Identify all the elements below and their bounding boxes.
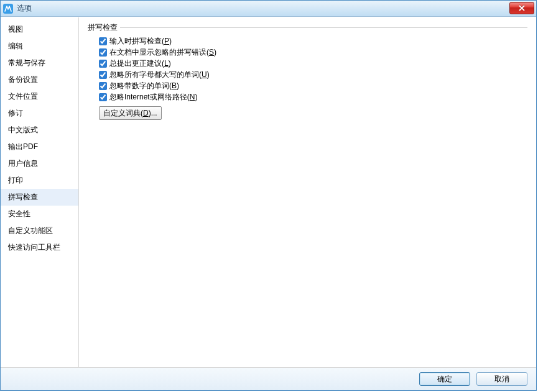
close-button[interactable] xyxy=(509,2,534,14)
sidebar: 视图编辑常规与保存备份设置文件位置修订中文版式输出PDF用户信息打印拼写检查安全… xyxy=(1,17,79,367)
sidebar-item-3[interactable]: 备份设置 xyxy=(1,71,78,88)
title-bar: 选项 xyxy=(1,1,536,17)
custom-dictionary-button[interactable]: 自定义词典(D)... xyxy=(99,106,162,120)
option-checkbox-4[interactable] xyxy=(99,82,107,90)
ok-button[interactable]: 确定 xyxy=(419,372,470,386)
option-row-5: 忽略Internet或网络路径(N) xyxy=(99,91,527,103)
content-panel: 拼写检查 输入时拼写检查(P)在文档中显示忽略的拼写错误(S)总提出更正建议(L… xyxy=(79,17,536,367)
sidebar-item-13[interactable]: 快速访问工具栏 xyxy=(1,239,78,256)
close-icon xyxy=(518,5,526,11)
sidebar-item-10[interactable]: 拼写检查 xyxy=(1,189,78,206)
option-checkbox-1[interactable] xyxy=(99,48,107,57)
option-label-5: 忽略Internet或网络路径(N) xyxy=(109,91,197,103)
sidebar-item-0[interactable]: 视图 xyxy=(1,21,78,38)
sidebar-item-7[interactable]: 输出PDF xyxy=(1,139,78,155)
option-row-4: 忽略带数字的单词(B) xyxy=(99,80,527,91)
sidebar-item-8[interactable]: 用户信息 xyxy=(1,155,78,172)
option-row-2: 总提出更正建议(L) xyxy=(99,58,527,69)
option-row-3: 忽略所有字母都大写的单词(U) xyxy=(99,69,527,80)
cancel-button[interactable]: 取消 xyxy=(476,372,527,386)
option-label-3: 忽略所有字母都大写的单词(U) xyxy=(109,69,210,80)
option-checkbox-2[interactable] xyxy=(99,60,107,68)
window-title: 选项 xyxy=(17,3,32,14)
option-row-1: 在文档中显示忽略的拼写错误(S) xyxy=(99,47,527,58)
sidebar-item-1[interactable]: 编辑 xyxy=(1,38,78,55)
dialog-footer: 确定 取消 xyxy=(1,367,536,390)
dialog-body: 视图编辑常规与保存备份设置文件位置修订中文版式输出PDF用户信息打印拼写检查安全… xyxy=(1,17,536,367)
option-label-4: 忽略带数字的单词(B) xyxy=(109,80,179,91)
option-label-1: 在文档中显示忽略的拼写错误(S) xyxy=(109,47,216,58)
option-checkbox-0[interactable] xyxy=(99,37,107,45)
sidebar-item-5[interactable]: 修订 xyxy=(1,105,78,122)
option-label-0: 输入时拼写检查(P) xyxy=(109,35,172,47)
option-label-2: 总提出更正建议(L) xyxy=(109,58,171,69)
option-checkbox-3[interactable] xyxy=(99,71,107,79)
option-checkbox-5[interactable] xyxy=(99,93,107,101)
sidebar-item-2[interactable]: 常规与保存 xyxy=(1,55,78,71)
sidebar-item-11[interactable]: 安全性 xyxy=(1,206,78,222)
options-dialog: 选项 视图编辑常规与保存备份设置文件位置修订中文版式输出PDF用户信息打印拼写检… xyxy=(0,0,537,391)
sidebar-item-9[interactable]: 打印 xyxy=(1,172,78,189)
options-list: 输入时拼写检查(P)在文档中显示忽略的拼写错误(S)总提出更正建议(L)忽略所有… xyxy=(88,35,527,103)
group-title: 拼写检查 xyxy=(88,22,118,33)
group-header: 拼写检查 xyxy=(88,22,527,33)
sidebar-item-6[interactable]: 中文版式 xyxy=(1,122,78,139)
group-separator xyxy=(120,27,527,28)
sidebar-item-12[interactable]: 自定义功能区 xyxy=(1,222,78,239)
sidebar-item-4[interactable]: 文件位置 xyxy=(1,88,78,105)
app-icon xyxy=(3,4,13,14)
option-row-0: 输入时拼写检查(P) xyxy=(99,35,527,47)
